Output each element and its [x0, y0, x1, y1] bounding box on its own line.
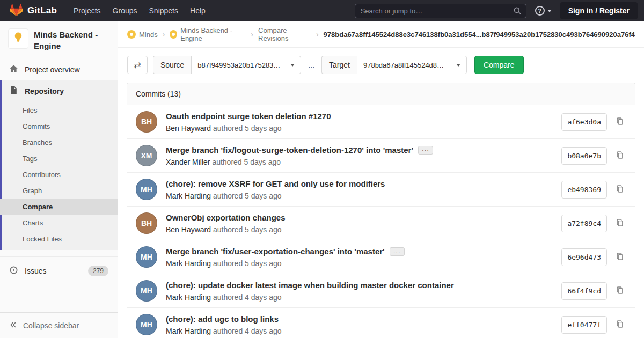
breadcrumb-compare-revisions-link[interactable]: Compare Revisions — [258, 26, 311, 42]
repository-icon — [9, 86, 18, 97]
global-search — [355, 4, 526, 18]
avatar[interactable]: BH — [136, 111, 157, 133]
navbar-item-projects[interactable]: Projects — [68, 3, 107, 18]
copy-commit-sha-button[interactable] — [613, 115, 626, 129]
commit-title-link[interactable]: (chore): add ugc to blog links — [166, 314, 279, 324]
avatar-initials: BH — [141, 219, 152, 227]
commit-author-link[interactable]: Mark Harding — [166, 293, 211, 302]
avatar-initials: MH — [141, 185, 152, 194]
commit-authored-time: authored 4 days ago — [213, 327, 282, 335]
sidebar-subitem-tags[interactable]: Tags — [0, 150, 118, 166]
breadcrumb-group-label: Minds — [139, 31, 158, 39]
expand-commit-description-button[interactable]: ··· — [390, 247, 405, 256]
sidebar-subitem-commits[interactable]: Commits — [0, 118, 118, 134]
commit-authored-time: authored 5 days ago — [213, 124, 282, 133]
commit-sha[interactable]: b08a0e7b — [561, 147, 607, 165]
commit-title-link[interactable]: (chore): remove XSRF for GET and only us… — [166, 179, 385, 188]
commit-sha[interactable]: 66f4f9cd — [561, 282, 607, 300]
avatar[interactable]: MH — [136, 280, 157, 302]
commit-sha[interactable]: eb498369 — [561, 181, 607, 199]
copy-commit-sha-button[interactable] — [613, 318, 626, 332]
commit-title-link[interactable]: Merge branch 'fix/user-exportation-chang… — [166, 247, 385, 256]
project-avatar[interactable] — [8, 28, 28, 49]
avatar[interactable]: MH — [136, 179, 157, 200]
commit-author-link[interactable]: Mark Harding — [166, 327, 211, 335]
search-input[interactable] — [355, 4, 526, 18]
commit-sha[interactable]: a72f89c4 — [561, 215, 607, 232]
chevron-down-icon — [547, 10, 552, 12]
sidebar-item-project-overview[interactable]: Project overview — [0, 59, 118, 80]
breadcrumb-group-link[interactable]: Minds — [127, 30, 158, 39]
expand-commit-description-button[interactable]: ··· — [418, 146, 433, 155]
navbar-item-snippets[interactable]: Snippets — [143, 3, 184, 18]
commit-row: MH Merge branch 'fix/user-exportation-ch… — [127, 240, 635, 274]
commit-sha[interactable]: eff0477f — [561, 316, 607, 334]
navbar-item-groups[interactable]: Groups — [107, 3, 143, 18]
double-chevron-left-icon — [9, 321, 17, 330]
project-title[interactable]: Minds Backend - Engine — [34, 29, 109, 52]
commit-author-link[interactable]: Ben Hayward — [166, 225, 211, 234]
copy-commit-sha-button[interactable] — [613, 182, 626, 197]
commit-author-link[interactable]: Ben Hayward — [166, 124, 211, 133]
commit-row: MH (chore): update docker latest image w… — [127, 274, 635, 307]
commit-title-link[interactable]: Oauth endpoint surge token deletion #127… — [166, 112, 331, 121]
group-avatar-icon — [127, 30, 136, 39]
sidebar-item-label: Project overview — [25, 65, 80, 74]
sidebar-item-label: Issues — [25, 267, 46, 275]
commit-sha[interactable]: 6e96d473 — [561, 248, 607, 266]
commit-row: MH (chore): add ugc to blog links Mark H… — [127, 307, 635, 338]
collapse-sidebar-button[interactable]: Collapse sidebar — [0, 312, 118, 338]
target-revision-dropdown[interactable]: 978bda67a8ff145524d8… — [357, 56, 467, 74]
commits-header: Commits (13) — [127, 83, 635, 105]
copy-commit-sha-button[interactable] — [613, 284, 626, 298]
avatar[interactable]: MH — [136, 314, 157, 335]
sidebar-subitem-locked-files[interactable]: Locked Files — [0, 231, 118, 247]
copy-commit-sha-button[interactable] — [613, 250, 626, 264]
sidebar-subitem-contributors[interactable]: Contributors — [0, 166, 118, 182]
avatar-initials: MH — [141, 286, 152, 295]
sidebar-item-repository[interactable]: Repository — [0, 80, 118, 102]
sidebar-subitem-charts[interactable]: Charts — [0, 215, 118, 231]
avatar-initials: MH — [141, 320, 152, 329]
swap-revisions-button[interactable]: ⇄ — [127, 56, 148, 74]
navbar-item-help[interactable]: Help — [184, 3, 211, 18]
chevron-down-icon — [456, 64, 460, 67]
copy-commit-sha-button[interactable] — [613, 149, 626, 163]
avatar[interactable]: XM — [136, 145, 157, 166]
commit-title-link[interactable]: Merge branch 'fix/logout-surge-token-del… — [166, 145, 413, 155]
breadcrumb-separator: › — [316, 30, 319, 39]
source-revision-dropdown[interactable]: b87f949953a20b175283… — [191, 56, 301, 74]
issues-icon — [9, 266, 18, 276]
lightbulb-icon — [12, 31, 25, 46]
commit-title-link[interactable]: (chore): update docker latest image when… — [166, 281, 454, 290]
commit-sha[interactable]: af6e3d0a — [561, 113, 607, 131]
avatar[interactable]: BH — [136, 212, 157, 234]
breadcrumb-separator: › — [163, 30, 165, 39]
commit-sha-group: eff0477f — [561, 316, 626, 334]
commit-author-link[interactable]: Xander Miller — [166, 158, 210, 166]
compare-button[interactable]: Compare — [474, 56, 524, 74]
sidebar-subitem-files[interactable]: Files — [0, 102, 118, 118]
avatar[interactable]: MH — [136, 246, 157, 268]
compare-form: ⇄ Source b87f949953a20b175283… ... Targe… — [118, 48, 644, 81]
sidebar-subitem-compare[interactable]: Compare — [0, 199, 118, 215]
repository-submenu: Files Commits Branches Tags Contributors… — [0, 102, 118, 247]
home-icon — [9, 64, 18, 75]
breadcrumb-project-link[interactable]: Minds Backend - Engine — [170, 26, 246, 42]
commit-sha-group: a72f89c4 — [561, 215, 626, 232]
gitlab-home-link[interactable]: GitLab — [6, 3, 60, 19]
sidebar-subitem-branches[interactable]: Branches — [0, 134, 118, 150]
commit-authored-time: authored 5 days ago — [213, 192, 282, 200]
sidebar-item-issues[interactable]: Issues 279 — [0, 260, 118, 282]
commit-title-link[interactable]: OwnerObj exportation changes — [166, 213, 286, 222]
sidebar-subitem-graph[interactable]: Graph — [0, 182, 118, 199]
help-dropdown[interactable]: ? — [535, 6, 552, 16]
sign-in-register-button[interactable]: Sign in / Register — [560, 2, 638, 19]
swap-icon: ⇄ — [134, 60, 141, 70]
commit-author-link[interactable]: Mark Harding — [166, 192, 211, 200]
search-icon — [513, 6, 522, 17]
source-revision-group: Source b87f949953a20b175283… — [153, 56, 301, 74]
copy-commit-sha-button[interactable] — [613, 216, 626, 231]
issues-count-badge: 279 — [88, 266, 108, 276]
commit-author-link[interactable]: Mark Harding — [166, 259, 211, 268]
